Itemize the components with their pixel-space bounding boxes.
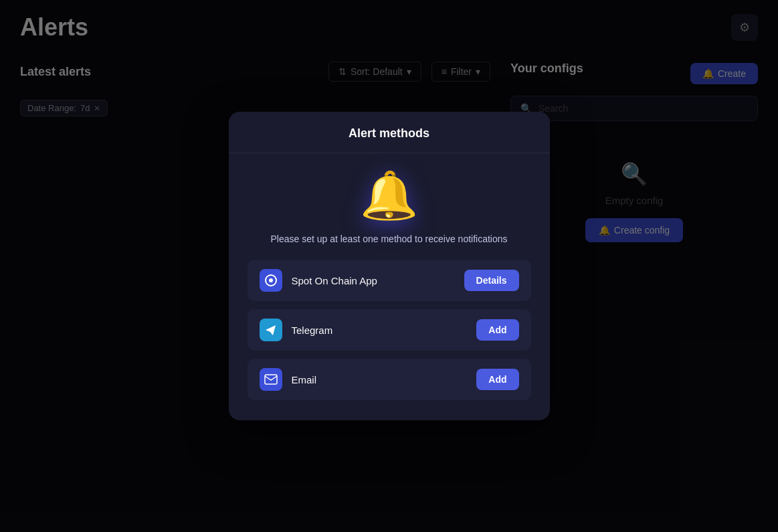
- method-item-soc: Spot On Chain App Details: [248, 260, 531, 301]
- email-icon: [260, 368, 282, 391]
- method-left-soc: Spot On Chain App: [260, 269, 377, 292]
- alert-methods-modal: Alert methods 🔔 Please set up at least o…: [229, 112, 550, 420]
- telegram-add-button[interactable]: Add: [476, 319, 518, 341]
- modal-overlay[interactable]: Alert methods 🔔 Please set up at least o…: [0, 0, 778, 532]
- modal-body: 🔔 Please set up at least one method to r…: [229, 153, 550, 407]
- svg-point-1: [269, 278, 273, 282]
- telegram-name: Telegram: [292, 325, 333, 336]
- modal-header: Alert methods: [229, 112, 550, 153]
- method-item-email: Email Add: [248, 359, 531, 400]
- email-name: Email: [292, 374, 317, 385]
- method-left-telegram: Telegram: [260, 319, 333, 341]
- bell-illustration: 🔔: [360, 172, 418, 219]
- email-add-button[interactable]: Add: [476, 369, 518, 390]
- modal-title: Alert methods: [349, 126, 429, 140]
- soc-icon: [260, 269, 282, 292]
- modal-description: Please set up at least one method to rec…: [270, 232, 507, 246]
- method-list: Spot On Chain App Details Telegram: [248, 260, 531, 400]
- telegram-icon: [260, 319, 282, 341]
- method-left-email: Email: [260, 368, 317, 391]
- method-item-telegram: Telegram Add: [248, 309, 531, 351]
- soc-details-button[interactable]: Details: [464, 270, 519, 291]
- soc-name: Spot On Chain App: [292, 275, 377, 286]
- svg-rect-2: [265, 375, 277, 384]
